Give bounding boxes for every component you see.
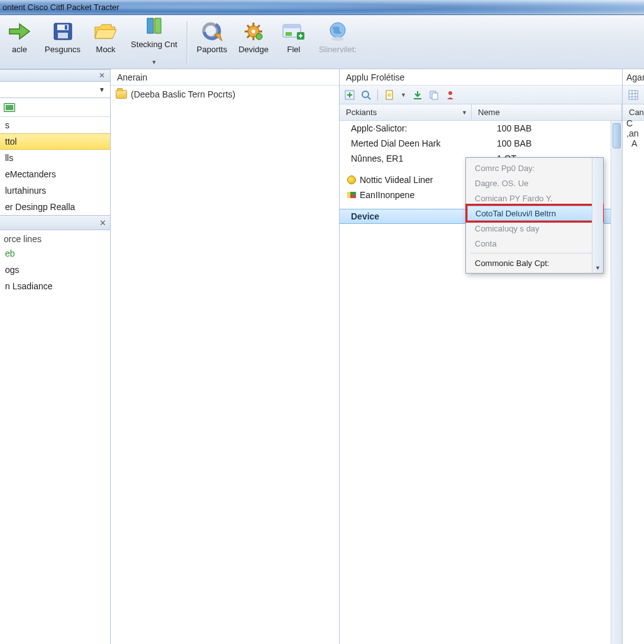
toolbar-separator <box>187 21 187 65</box>
flag-icon <box>347 192 356 198</box>
menu-separator <box>470 253 599 253</box>
menu-item[interactable]: Dagre. OS. Ue <box>467 175 602 191</box>
title-bar: ontent Cisco Citfl Packet Tracter <box>0 0 644 15</box>
menu-item[interactable]: Comrc Pp0 Day: <box>467 160 602 175</box>
svg-point-15 <box>362 91 369 97</box>
folder-label: (Deeba Baslic Tern Pocrts) <box>131 89 235 99</box>
left-column: ✕ ▼ s ttol lls eMectanders lurtahinurs e… <box>0 69 111 644</box>
svg-point-17 <box>387 93 391 97</box>
device-icon[interactable] <box>4 103 15 112</box>
chevron-down-icon: ▼ <box>151 59 157 65</box>
right-mini-toolbar: ▼ <box>340 86 622 104</box>
link-item[interactable]: ogs <box>0 262 110 278</box>
import-icon[interactable] <box>413 90 423 100</box>
window-add-icon <box>281 19 306 44</box>
toolbar-btn-5[interactable]: Devidge <box>234 17 273 69</box>
toolbar-btn-2[interactable]: Mock <box>87 17 124 69</box>
close-icon[interactable]: ✕ <box>97 71 106 80</box>
resources-title: orce lines <box>0 230 110 245</box>
svg-rect-2 <box>58 33 68 38</box>
toolbar-label: Flel <box>287 45 300 65</box>
folder-open-icon <box>93 19 118 44</box>
vertical-scrollbar[interactable] <box>611 121 622 644</box>
globe-icon <box>325 19 350 44</box>
link-item[interactable]: eb <box>0 245 110 262</box>
tree-item[interactable]: eMectanders <box>0 166 110 182</box>
menu-item[interactable]: Conta <box>467 236 602 251</box>
link-list: eb ogs n Lsadiance <box>0 245 110 294</box>
menu-item-highlighted[interactable]: CotoTal Deluvi/l Beltrn <box>467 206 602 221</box>
far-right-column: Agar Can C ,an A <box>623 69 644 644</box>
context-menu: Comrc Pp0 Day: Dagre. OS. Ue Comican PY … <box>465 157 604 274</box>
middle-tree-item[interactable]: (Deeba Baslic Tern Pocrts) <box>116 89 334 99</box>
right-title: Applu Frolétise <box>340 69 622 86</box>
tree-item[interactable]: ttol <box>0 133 110 150</box>
menu-item[interactable]: Comicaluqy s day <box>467 221 602 236</box>
svg-point-13 <box>331 37 344 41</box>
copy-icon[interactable] <box>429 90 439 100</box>
add-icon[interactable] <box>345 90 355 100</box>
book-icon <box>142 14 167 39</box>
svg-rect-23 <box>347 192 350 198</box>
toolbar-btn-0[interactable]: acle <box>1 17 38 69</box>
grid-body: Applc·Salictor: 100 BAB Merted Dial Deen… <box>340 121 622 644</box>
svg-rect-9 <box>283 25 301 28</box>
toolbar-btn-4[interactable]: Paportts <box>192 17 231 69</box>
menu-item[interactable]: Commonic Baly Cpt: <box>467 255 602 270</box>
menu-item[interactable]: Comican PY Fardo Y. <box>467 191 602 206</box>
sort-caret-icon: ▼ <box>462 109 467 116</box>
find-icon[interactable] <box>361 90 371 100</box>
toolbar-label: Stecking Cnt <box>131 40 177 60</box>
column-header[interactable]: Can <box>623 104 644 120</box>
left-icon-row <box>0 98 110 117</box>
svg-point-20 <box>448 91 452 95</box>
farright-header: Can <box>623 104 644 121</box>
toolbar-label: Paportts <box>197 45 227 65</box>
doc-icon[interactable] <box>384 90 394 100</box>
note-icon <box>347 175 356 184</box>
grid-header: Pckiants ▼ Neme <box>340 104 622 121</box>
toolbar-label: Mock <box>96 45 116 65</box>
svg-point-7 <box>256 33 262 40</box>
toolbar-label: Pesguncs <box>45 45 80 65</box>
farright-toolbar <box>623 86 644 104</box>
tree-item[interactable]: er Desingp Realla <box>0 199 110 215</box>
link-item[interactable]: n Lsadiance <box>0 278 110 294</box>
chevron-down-icon[interactable]: ▼ <box>401 92 406 98</box>
farright-row[interactable]: A <box>623 136 644 151</box>
toolbar-separator <box>377 89 378 101</box>
toolbar-btn-7[interactable]: Slinervilet: <box>314 17 361 69</box>
tree-item[interactable]: lls <box>0 150 110 166</box>
farright-row[interactable]: C ,an <box>623 121 644 136</box>
toolbar-btn-6[interactable]: Flel <box>275 17 312 69</box>
column-header-pckiants[interactable]: Pckiants ▼ <box>340 104 472 120</box>
toolbar-label: Slinervilet: <box>319 45 357 65</box>
column-header-neme[interactable]: Neme <box>472 104 622 120</box>
save-disk-icon <box>50 19 75 44</box>
left-search-row[interactable]: ▼ <box>0 82 110 98</box>
table-row[interactable]: Applc·Salictor: 100 BAB <box>340 121 622 136</box>
grid-icon[interactable] <box>628 90 638 100</box>
main-area: ✕ ▼ s ttol lls eMectanders lurtahinurs e… <box>0 69 644 644</box>
middle-tree: (Deeba Baslic Tern Pocrts) <box>111 86 339 103</box>
menu-scrollbar[interactable]: ▼ <box>592 158 603 273</box>
tree-item[interactable]: s <box>0 117 110 133</box>
svg-point-6 <box>252 30 255 33</box>
close-icon[interactable]: ✕ <box>99 218 106 228</box>
folder-icon <box>116 90 127 99</box>
table-row[interactable]: Merted Dial Deen Hark 100 BAB <box>340 136 622 151</box>
main-toolbar: acle Pesguncs Mock Stecking Cnt ▼ <box>0 15 644 69</box>
user-icon[interactable] <box>445 90 455 100</box>
chevron-down-icon[interactable]: ▼ <box>592 263 603 273</box>
middle-title: Anerain <box>111 69 339 86</box>
window-title: ontent Cisco Citfl Packet Tracter <box>3 3 119 12</box>
refresh-icon <box>199 19 225 44</box>
chevron-down-icon: ▼ <box>99 86 105 93</box>
svg-rect-19 <box>432 93 438 99</box>
tree-item[interactable]: lurtahinurs <box>0 182 110 199</box>
svg-rect-11 <box>286 32 292 36</box>
scroll-thumb[interactable] <box>613 123 621 148</box>
gear-icon <box>241 19 266 44</box>
toolbar-btn-3[interactable]: Stecking Cnt ▼ <box>126 12 182 69</box>
toolbar-btn-1[interactable]: Pesguncs <box>40 17 85 69</box>
